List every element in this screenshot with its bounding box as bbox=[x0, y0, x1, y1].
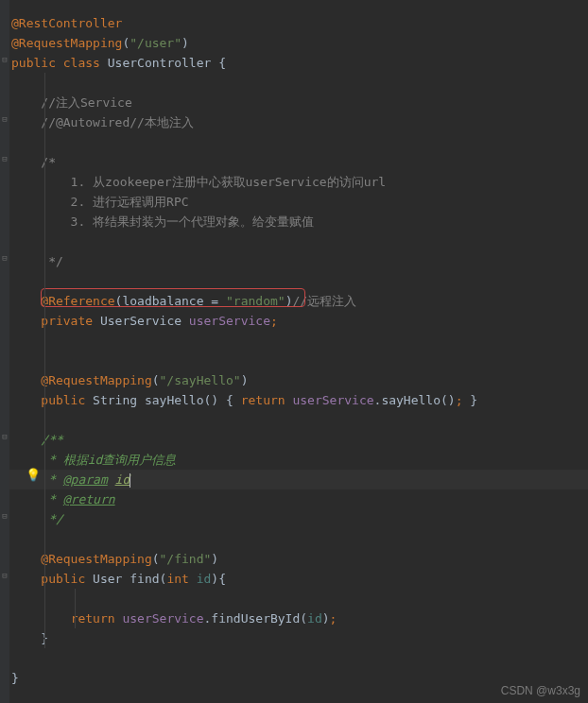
comment: //@Autowired//本地注入 bbox=[41, 115, 194, 129]
keyword: class bbox=[63, 56, 100, 70]
keyword: public bbox=[41, 393, 85, 407]
javadoc-param-name: id bbox=[115, 472, 130, 487]
lightbulb-icon[interactable]: 💡 bbox=[26, 465, 41, 485]
javadoc-param-tag: @param bbox=[63, 472, 108, 487]
string-literal: "/sayHello" bbox=[160, 373, 241, 387]
indent-guide bbox=[75, 589, 76, 628]
comment: //远程注入 bbox=[292, 294, 356, 308]
comment-line: 2. 进行远程调用RPC bbox=[41, 195, 188, 209]
annotation: @Reference bbox=[41, 294, 114, 308]
field-ref: userService bbox=[122, 611, 203, 626]
annotation: @RequestMapping bbox=[41, 552, 151, 566]
type: User bbox=[93, 572, 122, 586]
comment-line: 1. 从zookeeper注册中心获取userService的访问url bbox=[41, 175, 386, 189]
annotation: @RequestMapping bbox=[41, 373, 151, 387]
gutter: ⊟ ⊟ ⊟ ⊟ ⊟ ⊟ ⊟ bbox=[0, 0, 9, 703]
annotation: @RestController bbox=[11, 16, 122, 30]
indent-guide bbox=[44, 73, 45, 648]
method: find bbox=[130, 572, 159, 586]
string-literal: "random" bbox=[226, 294, 285, 308]
attr-name: loadbalance bbox=[122, 294, 203, 308]
keyword: public bbox=[41, 572, 85, 586]
comment-line: 3. 将结果封装为一个代理对象。给变量赋值 bbox=[41, 214, 314, 229]
code-content[interactable]: @RestController @RequestMapping("/user")… bbox=[9, 0, 588, 703]
keyword: private bbox=[41, 314, 93, 328]
code-editor[interactable]: ⊟ ⊟ ⊟ ⊟ ⊟ ⊟ ⊟ @RestController @RequestMa… bbox=[0, 0, 588, 703]
comment: //注入Service bbox=[41, 95, 131, 110]
field: userService bbox=[189, 314, 270, 328]
block-comment-start: /* bbox=[41, 155, 56, 169]
keyword: return bbox=[241, 393, 285, 407]
type: UserService bbox=[100, 314, 182, 328]
method-call: findUserById bbox=[211, 611, 300, 626]
param-ref: id bbox=[307, 611, 322, 626]
watermark: CSDN @w3x3g bbox=[501, 684, 580, 697]
text-caret bbox=[130, 473, 130, 488]
class-name: UserController bbox=[108, 56, 212, 70]
string-literal: "/user" bbox=[130, 36, 182, 50]
type: String bbox=[93, 393, 137, 407]
keyword: public bbox=[11, 56, 56, 70]
field-ref: userService bbox=[292, 393, 373, 407]
param: id bbox=[197, 572, 212, 586]
annotation: @RequestMapping bbox=[11, 36, 122, 50]
string-literal: "/find" bbox=[160, 552, 212, 566]
keyword: int bbox=[166, 572, 188, 586]
method-call: sayHello bbox=[381, 393, 441, 407]
javadoc-return-tag: @return bbox=[63, 492, 115, 506]
method: sayHello bbox=[145, 393, 204, 407]
javadoc-desc: * 根据id查询用户信息 bbox=[41, 453, 176, 467]
keyword: return bbox=[71, 611, 115, 626]
